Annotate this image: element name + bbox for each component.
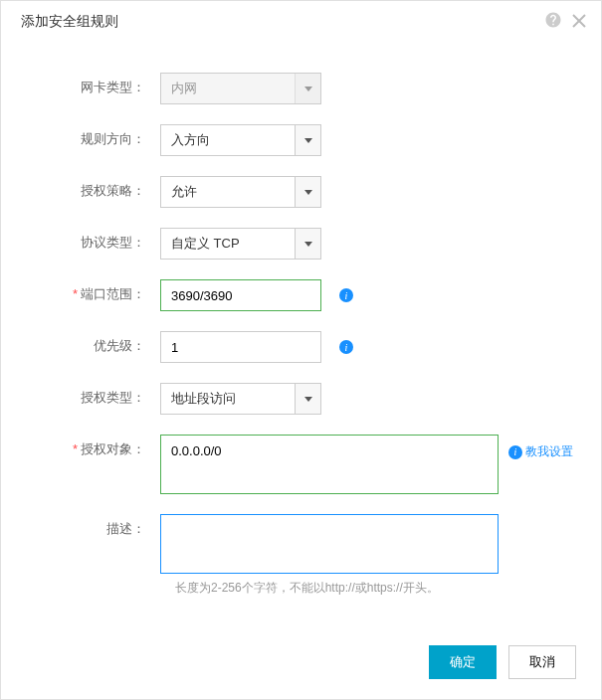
label-direction: 规则方向： xyxy=(21,124,160,148)
teach-me-link[interactable]: i教我设置 xyxy=(508,443,573,460)
ok-button[interactable]: 确定 xyxy=(429,645,497,679)
auth-type-select[interactable]: 地址段访问 xyxy=(160,383,321,415)
label-auth-type: 授权类型： xyxy=(21,383,160,407)
row-protocol: 协议类型： 自定义 TCP xyxy=(21,228,581,260)
label-port-range: *端口范围： xyxy=(21,279,160,303)
row-auth-object: *授权对象： i教我设置 xyxy=(21,435,581,494)
add-security-rule-modal: 添加安全组规则 网卡类型： 内网 规则方向： 入方向 xyxy=(0,0,602,700)
chevron-down-icon xyxy=(295,74,320,103)
description-textarea[interactable] xyxy=(160,514,499,574)
port-range-input[interactable] xyxy=(160,279,321,311)
label-auth-object: *授权对象： xyxy=(21,435,160,458)
description-hint: 长度为2-256个字符，不能以http://或https://开头。 xyxy=(175,580,581,597)
nic-type-select: 内网 xyxy=(160,73,321,104)
label-priority: 优先级： xyxy=(21,331,160,355)
header-icons xyxy=(544,11,586,34)
row-direction: 规则方向： 入方向 xyxy=(21,124,581,156)
close-icon[interactable] xyxy=(572,12,586,33)
modal-title: 添加安全组规则 xyxy=(21,13,581,31)
chevron-down-icon xyxy=(295,384,320,414)
label-auth-policy: 授权策略： xyxy=(21,176,160,200)
label-protocol: 协议类型： xyxy=(21,228,160,252)
info-icon: i xyxy=(508,445,522,459)
info-icon[interactable]: i xyxy=(339,340,353,354)
row-auth-policy: 授权策略： 允许 xyxy=(21,176,581,208)
chevron-down-icon xyxy=(295,177,320,207)
row-nic-type: 网卡类型： 内网 xyxy=(21,73,581,104)
modal-header: 添加安全组规则 xyxy=(1,1,601,43)
row-auth-type: 授权类型： 地址段访问 xyxy=(21,383,581,415)
label-nic-type: 网卡类型： xyxy=(21,73,160,96)
label-description: 描述： xyxy=(21,514,160,538)
required-mark: * xyxy=(73,286,78,301)
auth-policy-select[interactable]: 允许 xyxy=(160,176,321,208)
info-icon[interactable]: i xyxy=(339,288,353,302)
chevron-down-icon xyxy=(295,229,320,259)
modal-body: 网卡类型： 内网 规则方向： 入方向 授权策略： 允许 xyxy=(1,43,601,616)
protocol-select[interactable]: 自定义 TCP xyxy=(160,228,321,260)
auth-object-textarea[interactable] xyxy=(160,435,499,494)
modal-footer: 确定 取消 xyxy=(429,645,576,679)
required-mark: * xyxy=(73,441,78,456)
row-port-range: *端口范围： i xyxy=(21,279,581,311)
row-priority: 优先级： i xyxy=(21,331,581,363)
cancel-button[interactable]: 取消 xyxy=(508,645,576,679)
priority-input[interactable] xyxy=(160,331,321,363)
help-icon[interactable] xyxy=(544,11,562,34)
chevron-down-icon xyxy=(295,125,320,155)
direction-select[interactable]: 入方向 xyxy=(160,124,321,156)
row-description: 描述： xyxy=(21,514,581,574)
